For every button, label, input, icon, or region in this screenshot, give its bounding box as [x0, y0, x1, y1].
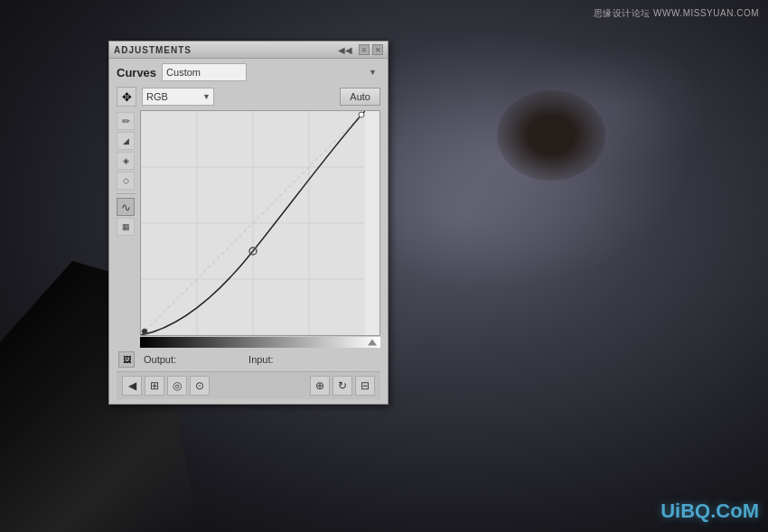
panel-close-button[interactable]: ✕ — [372, 44, 383, 55]
history-button[interactable]: ⊞ — [145, 376, 164, 396]
preset-select-wrapper: Custom Default Strong Contrast Linear Co… — [162, 63, 380, 81]
watermark-bottom: UiBQ.CoM — [660, 499, 759, 523]
output-input-icon: 🖼 — [118, 351, 135, 368]
input-label: Input: — [248, 354, 274, 365]
curves-header: Curves Custom Default Strong Contrast Li… — [117, 63, 380, 81]
channel-select[interactable]: RGB Red Green Blue — [142, 88, 214, 106]
svg-point-9 — [142, 329, 147, 334]
delete-button[interactable]: ⊟ — [355, 376, 375, 396]
collapse-arrows: ◀◀ — [338, 45, 352, 55]
panel-titlebar: ADJUSTMENTS ◀◀ ≡ ✕ — [109, 42, 388, 59]
watermark-top: 思缘设计论坛 WWW.MISSYUAN.COM — [594, 7, 759, 20]
panel-menu-button[interactable]: ≡ — [359, 44, 370, 55]
auto-button[interactable]: Auto — [340, 88, 380, 106]
channel-select-wrapper: RGB Red Green Blue ▼ — [142, 88, 214, 106]
capture-button[interactable]: ⊙ — [190, 376, 210, 396]
output-input-row: 🖼 Output: Input: — [117, 351, 380, 368]
svg-point-10 — [359, 112, 364, 117]
back-button[interactable]: ◀ — [122, 376, 142, 396]
titlebar-controls: ◀◀ ≡ ✕ — [338, 44, 383, 55]
curve-display-tool[interactable]: ∿ — [117, 198, 135, 216]
hand-tool-button[interactable]: ✥ — [117, 87, 136, 107]
visibility-button[interactable]: ◎ — [167, 376, 187, 396]
graph-container — [140, 110, 380, 348]
eyedropper-white-tool[interactable]: ◇ — [117, 172, 135, 190]
bird-silhouette — [497, 90, 605, 181]
output-label: Output: — [144, 354, 176, 365]
gradient-slider[interactable] — [140, 337, 380, 348]
preset-select-arrow: ▼ — [369, 68, 377, 77]
link-button[interactable]: ⊕ — [310, 376, 330, 396]
eyedropper-black-tool[interactable]: ◢ — [117, 132, 135, 150]
bottom-toolbar: ◀ ⊞ ◎ ⊙ ⊕ ↻ ⊟ — [117, 371, 380, 399]
adjustments-panel: ADJUSTMENTS ◀◀ ≡ ✕ Curves Custom Default… — [108, 41, 389, 405]
refresh-button[interactable]: ↻ — [332, 376, 352, 396]
curves-title: Curves — [117, 66, 156, 79]
eyedropper-gray-tool[interactable]: ◈ — [117, 152, 135, 170]
left-tools: ✏ ◢ ◈ ◇ ∿ ▦ — [117, 110, 136, 348]
pencil-tool[interactable]: ✏ — [117, 112, 135, 130]
curves-graph[interactable] — [140, 110, 380, 336]
controls-row: ✥ RGB Red Green Blue ▼ Auto — [117, 87, 380, 107]
tools-and-graph: ✏ ◢ ◈ ◇ ∿ ▦ — [117, 110, 380, 348]
tool-separator — [117, 193, 136, 194]
panel-content: Curves Custom Default Strong Contrast Li… — [109, 59, 388, 404]
toolbar-left-buttons: ◀ ⊞ ◎ ⊙ — [122, 376, 210, 396]
panel-title: ADJUSTMENTS — [114, 45, 192, 55]
curves-svg — [141, 111, 365, 335]
histogram-tool[interactable]: ▦ — [117, 218, 135, 236]
toolbar-right-buttons: ⊕ ↻ ⊟ — [310, 376, 375, 396]
preset-select[interactable]: Custom Default Strong Contrast Linear Co… — [162, 63, 247, 81]
slider-triangle — [368, 340, 377, 346]
